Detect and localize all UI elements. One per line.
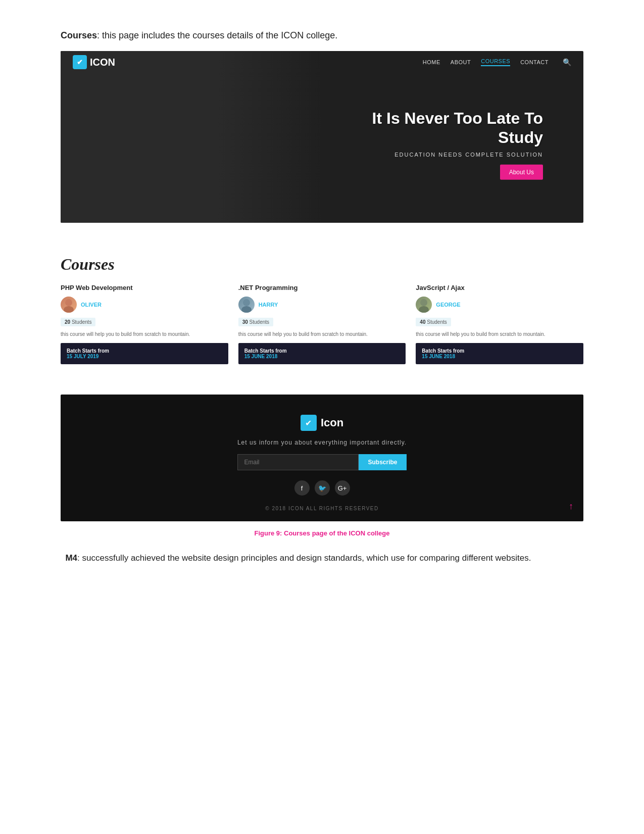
- course-card-js: JavScript / Ajax GEORGE 40 Students this…: [416, 284, 583, 364]
- nav-contact[interactable]: CONTACT: [520, 59, 549, 65]
- students-badge-php: 20 Students: [61, 318, 95, 326]
- batch-box-js: Batch Starts from 15 JUNE 2018: [416, 343, 583, 364]
- batch-label-js: Batch Starts from: [422, 348, 577, 354]
- hero-nav-links: HOME ABOUT COURSES CONTACT 🔍: [423, 58, 571, 66]
- batch-label-net: Batch Starts from: [244, 348, 400, 354]
- batch-date-net: 15 JUNE 2018: [244, 354, 400, 359]
- hero-content: It Is Never Too Late To Study Education …: [372, 109, 543, 180]
- svg-point-0: [65, 299, 72, 306]
- nav-courses[interactable]: COURSES: [481, 58, 510, 66]
- svg-point-2: [243, 299, 250, 306]
- courses-section: Courses PHP Web Development OLIVER 20 St…: [61, 243, 583, 379]
- students-badge-js: 40 Students: [416, 318, 451, 326]
- intro-paragraph: Courses: this page includes the courses …: [61, 30, 583, 41]
- batch-label-php: Batch Starts from: [67, 348, 222, 354]
- batch-date-js: 15 JUNE 2018: [422, 354, 577, 359]
- intro-rest: : this page includes the courses details…: [97, 30, 337, 40]
- avatar-oliver: [61, 297, 77, 313]
- hero-logo-text: ICON: [90, 57, 115, 68]
- courses-grid: PHP Web Development OLIVER 20 Students t…: [61, 284, 583, 364]
- batch-box-php: Batch Starts from 15 JULY 2019: [61, 343, 228, 364]
- svg-point-4: [420, 299, 427, 306]
- course-desc-net: this course will help you to build from …: [238, 330, 406, 338]
- courses-heading: Courses: [61, 255, 583, 274]
- footer-email-input[interactable]: [237, 454, 359, 470]
- instructor-name-harry: HARRY: [259, 302, 278, 308]
- facebook-icon[interactable]: f: [294, 480, 310, 496]
- batch-box-net: Batch Starts from 15 JUNE 2018: [238, 343, 406, 364]
- footer-logo: ✔ Icon: [71, 415, 573, 431]
- footer-section: ✔ Icon Let us inform you about everythin…: [61, 395, 583, 521]
- search-icon[interactable]: 🔍: [563, 58, 571, 66]
- intro-bold: Courses: [61, 30, 97, 40]
- hero-title: It Is Never Too Late To Study: [372, 109, 543, 148]
- footer-copyright: © 2018 Icon All Rights Reserved: [71, 506, 573, 511]
- svg-point-5: [419, 306, 429, 313]
- instructor-name-george: GEORGE: [436, 302, 460, 308]
- course-card-php: PHP Web Development OLIVER 20 Students t…: [61, 284, 228, 364]
- m4-bold: M4: [65, 553, 77, 563]
- course-instructor-net: HARRY: [238, 297, 406, 313]
- footer-tagline: Let us inform you about everything impor…: [71, 439, 573, 446]
- svg-point-1: [64, 306, 74, 313]
- course-card-net: .NET Programming HARRY 30 Students this …: [238, 284, 406, 364]
- course-title-net: .NET Programming: [238, 284, 406, 291]
- twitter-icon[interactable]: 🐦: [315, 480, 330, 496]
- svg-point-3: [241, 306, 252, 313]
- hero-nav: ✔ ICON HOME ABOUT COURSES CONTACT 🔍: [61, 51, 583, 73]
- course-title-php: PHP Web Development: [61, 284, 228, 291]
- about-us-button[interactable]: About Us: [500, 164, 543, 179]
- m4-paragraph: M4: successfully achieved the website de…: [61, 551, 583, 566]
- students-badge-net: 30 Students: [238, 318, 273, 326]
- course-instructor-js: GEORGE: [416, 297, 583, 313]
- footer-email-row: Subscribe: [71, 454, 573, 470]
- batch-date-php: 15 JULY 2019: [67, 354, 222, 359]
- course-title-js: JavScript / Ajax: [416, 284, 583, 291]
- avatar-george: [416, 297, 432, 313]
- figure-caption: Figure 9: Courses page of the ICON colle…: [61, 529, 583, 537]
- hero-logo-icon: ✔: [73, 55, 87, 69]
- hero-screenshot: ✔ ICON HOME ABOUT COURSES CONTACT 🔍 It I…: [61, 51, 583, 223]
- course-instructor-php: OLIVER: [61, 297, 228, 313]
- hero-person-bg: [61, 51, 322, 223]
- avatar-harry: [238, 297, 255, 313]
- footer-social: f 🐦 G+: [71, 480, 573, 496]
- googleplus-icon[interactable]: G+: [335, 480, 350, 496]
- scroll-top-arrow[interactable]: ↑: [569, 501, 573, 512]
- nav-home[interactable]: HOME: [423, 59, 440, 65]
- footer-logo-icon: ✔: [301, 415, 317, 431]
- course-desc-php: this course will help you to build from …: [61, 330, 228, 338]
- footer-logo-text: Icon: [321, 416, 343, 429]
- hero-subtitle: Education Needs Complete Solution: [372, 151, 543, 157]
- m4-rest: : successfully achieved the website desi…: [77, 553, 531, 563]
- instructor-name-oliver: OLIVER: [81, 302, 102, 308]
- hero-logo: ✔ ICON: [73, 55, 115, 69]
- nav-about[interactable]: ABOUT: [451, 59, 471, 65]
- course-desc-js: this course will help you to build from …: [416, 330, 583, 338]
- subscribe-button[interactable]: Subscribe: [359, 454, 406, 470]
